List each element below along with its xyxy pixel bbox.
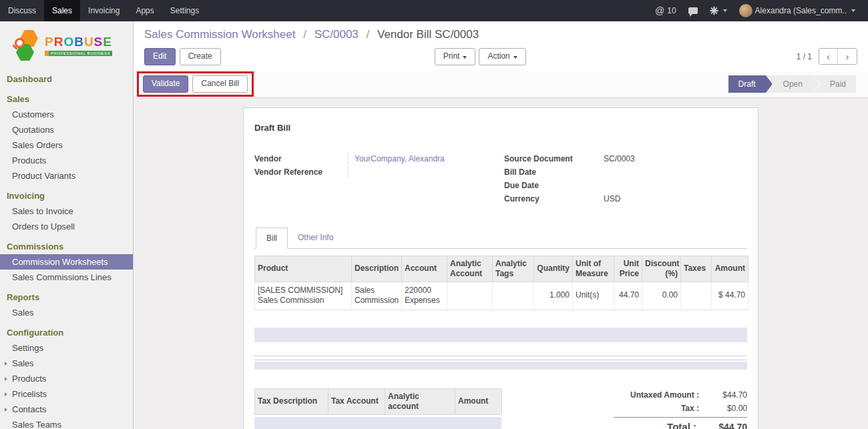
menu-settings[interactable]: Settings (162, 0, 207, 21)
field-group-right: Source Document SC/0003 Bill Date Due Da… (504, 153, 747, 205)
col-unit-of-measure: Unit of Measure (573, 256, 614, 282)
top-navbar: Discuss Sales Invoicing Apps Settings @ … (0, 0, 868, 21)
due-date-value (598, 179, 747, 191)
breadcrumb-separator: / (303, 28, 306, 41)
sidebar: PROBUSE PROFESSIONAL BUSINESS Dashboard … (0, 21, 134, 429)
empty-line-row-thin (254, 362, 747, 370)
chevron-down-icon (851, 9, 855, 12)
status-steps: Draft Open Paid (728, 75, 856, 93)
tab-bill[interactable]: Bill (256, 228, 288, 249)
annotation-highlight-box: Validate Cancel Bill (137, 71, 254, 97)
pager-value[interactable]: 1 / 1 (797, 52, 812, 61)
chevron-down-icon (463, 56, 467, 59)
app-window: Discuss Sales Invoicing Apps Settings @ … (0, 0, 868, 429)
sidebar-item-sales-orders[interactable]: Sales Orders (0, 137, 133, 153)
main-panel: Sales Commission Worksheet / SC/0003 / V… (134, 21, 868, 429)
user-menu[interactable]: Alexandra (Sales_comm.. (733, 0, 861, 21)
sidebar-item-customers[interactable]: Customers (0, 107, 133, 122)
menu-discuss[interactable]: Discuss (0, 0, 44, 21)
record-title: Draft Bill (254, 123, 747, 133)
col-tax-description: Tax Description (255, 388, 329, 414)
chevron-down-icon (513, 56, 517, 59)
menu-apps[interactable]: Apps (128, 0, 162, 21)
tab-other-info[interactable]: Other Info (288, 228, 343, 249)
sidebar-item-quotations[interactable]: Quotations (0, 122, 133, 137)
sheet-bottom: Tax Description Tax Account Analytic acc… (254, 388, 747, 429)
untaxed-amount-label: Untaxed Amount : (630, 390, 699, 400)
mention-icon: @ (655, 5, 664, 16)
form-sheet: Draft Bill Vendor YourCompany, Alexandra… (243, 107, 758, 429)
vendor-value-link[interactable]: YourCompany, Alexandra (348, 153, 497, 165)
app-body: PROBUSE PROFESSIONAL BUSINESS Dashboard … (0, 21, 868, 429)
activities-menu-button[interactable] (704, 0, 733, 21)
menu-sales[interactable]: Sales (44, 0, 80, 21)
sidebar-item-config-products[interactable]: Products (0, 371, 133, 386)
menu-invoicing[interactable]: Invoicing (80, 0, 128, 21)
invoice-line-row[interactable]: [SALES COMMISSION] Sales Commission Sale… (255, 282, 748, 310)
sidebar-heading-reports[interactable]: Reports (0, 290, 133, 305)
breadcrumb-current: Vendor Bill SC/0003 (377, 28, 479, 41)
sidebar-heading-sales[interactable]: Sales (0, 91, 133, 107)
breadcrumb-record-link[interactable]: SC/0003 (314, 28, 359, 41)
grand-total-label: Total : (667, 421, 696, 429)
sidebar-item-sales-commissions-lines[interactable]: Sales Commissions Lines (0, 270, 133, 285)
col-analytic-account: Analytic Account (447, 256, 493, 282)
logo-title: PROBUSE (45, 35, 112, 49)
sidebar-item-sales-to-invoice[interactable]: Sales to Invoice (0, 203, 133, 219)
sidebar-item-products[interactable]: Products (0, 153, 133, 168)
cancel-bill-button[interactable]: Cancel Bill (192, 75, 248, 93)
tax-lines-block: Tax Description Tax Account Analytic acc… (254, 388, 501, 429)
sidebar-heading-dashboard[interactable]: Dashboard (0, 71, 133, 87)
expand-triangle-icon (5, 362, 7, 366)
breadcrumb-separator: / (367, 28, 370, 41)
pager-previous-button[interactable]: ‹ (819, 49, 838, 64)
edit-button[interactable]: Edit (144, 48, 176, 65)
col-discount: Discount (%) (642, 256, 681, 282)
sidebar-item-orders-to-upsell[interactable]: Orders to Upsell (0, 219, 133, 234)
sidebar-heading-invoicing[interactable]: Invoicing (0, 188, 133, 203)
col-unit-price: Unit Price (614, 256, 642, 282)
sidebar-item-config-sales[interactable]: Sales (0, 356, 133, 371)
empty-line-row (254, 328, 747, 342)
vendor-label: Vendor (254, 153, 348, 165)
asterisk-icon (710, 7, 718, 15)
sidebar-item-config-contacts[interactable]: Contacts (0, 402, 133, 417)
probuse-logo[interactable]: PROBUSE PROFESSIONAL BUSINESS (0, 21, 133, 70)
sidebar-item-product-variants[interactable]: Product Variants (0, 168, 133, 183)
systray: @ 10 Alexandra (Sales_comm.. (649, 0, 868, 21)
bill-date-value (598, 166, 747, 178)
grand-total-value: $44.70 (696, 422, 747, 429)
sidebar-item-sales-teams[interactable]: Sales Teams (0, 417, 133, 429)
currency-value: USD (598, 193, 747, 205)
user-name: Alexandra (Sales_comm.. (755, 6, 847, 15)
mention-count: 10 (667, 6, 676, 15)
sidebar-item-config-settings[interactable]: Settings (0, 340, 133, 356)
cell-product: [SALES COMMISSION] Sales Commission (255, 282, 352, 310)
untaxed-amount-row: Untaxed Amount : $44.70 (614, 388, 747, 402)
cell-amount: $ 44.70 (712, 282, 748, 310)
print-dropdown-button[interactable]: Print (435, 48, 476, 65)
chat-bubble-icon (688, 7, 698, 14)
breadcrumb-worksheet-link[interactable]: Sales Commission Worksheet (144, 28, 295, 41)
create-button[interactable]: Create (180, 48, 221, 65)
cell-quantity: 1.000 (534, 282, 573, 310)
action-dropdown-button[interactable]: Action (479, 48, 525, 65)
sidebar-heading-configuration[interactable]: Configuration (0, 325, 133, 340)
sidebar-item-commission-worksheets[interactable]: Commission Worksheets (0, 254, 133, 270)
chevron-down-icon (723, 9, 727, 12)
col-description: Description (352, 256, 402, 282)
col-tax-analytic-account: Analytic account (385, 388, 455, 414)
logo-hexagon-icon (15, 30, 40, 61)
cell-analytic-tags (493, 282, 534, 310)
validate-button[interactable]: Validate (143, 75, 188, 93)
sidebar-item-config-pricelists[interactable]: Pricelists (0, 386, 133, 402)
mention-counter[interactable]: @ 10 (649, 0, 682, 21)
grand-total-row: Total : $44.70 (614, 419, 747, 429)
pager-next-button[interactable]: › (838, 49, 857, 64)
sidebar-heading-commissions[interactable]: Commissions (0, 239, 133, 254)
section-divider (254, 360, 747, 360)
messages-button[interactable] (682, 0, 704, 21)
control-panel-buttons-row: Edit Create Print Action 1 / 1 ‹ › (144, 48, 857, 65)
pager: 1 / 1 ‹ › (797, 48, 857, 65)
sidebar-item-reports-sales[interactable]: Sales (0, 305, 133, 320)
